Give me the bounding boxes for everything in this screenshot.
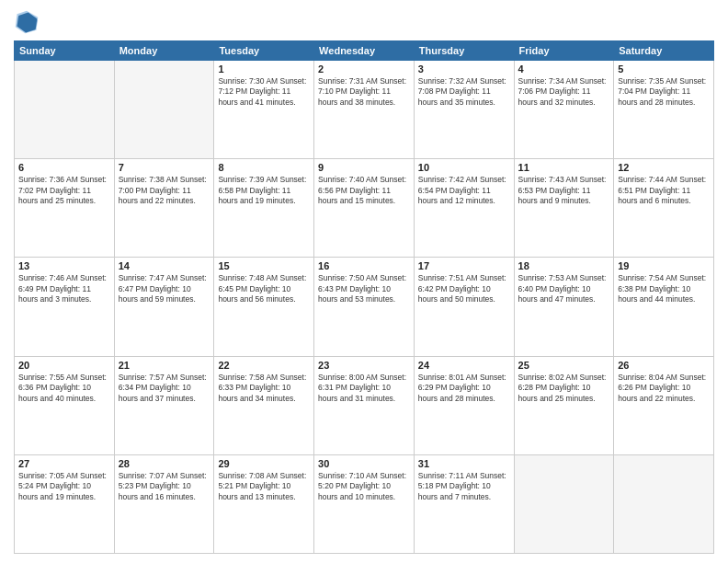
day-number: 7 — [119, 162, 210, 173]
day-number: 13 — [18, 260, 110, 271]
day-number: 29 — [218, 458, 310, 469]
calendar-cell: 2Sunrise: 7:31 AM Sunset: 7:10 PM Daylig… — [314, 61, 415, 159]
day-info: Sunrise: 7:54 AM Sunset: 6:38 PM Dayligh… — [618, 273, 710, 304]
day-number: 12 — [618, 162, 710, 173]
calendar-cell: 28Sunrise: 7:07 AM Sunset: 5:23 PM Dayli… — [114, 454, 214, 553]
calendar-cell: 6Sunrise: 7:36 AM Sunset: 7:02 PM Daylig… — [15, 159, 115, 258]
calendar-cell: 5Sunrise: 7:35 AM Sunset: 7:04 PM Daylig… — [614, 61, 714, 159]
day-info: Sunrise: 7:55 AM Sunset: 6:36 PM Dayligh… — [18, 373, 110, 404]
day-info: Sunrise: 7:34 AM Sunset: 7:06 PM Dayligh… — [518, 76, 610, 108]
calendar-table: SundayMondayTuesdayWednesdayThursdayFrid… — [14, 40, 714, 554]
calendar-cell: 30Sunrise: 7:10 AM Sunset: 5:20 PM Dayli… — [314, 454, 415, 553]
calendar-cell: 1Sunrise: 7:30 AM Sunset: 7:12 PM Daylig… — [214, 61, 314, 159]
calendar-cell: 16Sunrise: 7:50 AM Sunset: 6:43 PM Dayli… — [314, 258, 415, 356]
day-number: 10 — [418, 162, 510, 173]
day-info: Sunrise: 7:44 AM Sunset: 6:51 PM Dayligh… — [618, 175, 710, 206]
day-number: 3 — [418, 63, 510, 75]
calendar-header-friday: Friday — [514, 41, 614, 61]
day-number: 31 — [418, 458, 510, 469]
calendar-header-saturday: Saturday — [614, 41, 714, 61]
day-info: Sunrise: 7:58 AM Sunset: 6:33 PM Dayligh… — [218, 373, 310, 404]
calendar-cell: 24Sunrise: 8:01 AM Sunset: 6:29 PM Dayli… — [414, 356, 514, 454]
day-number: 24 — [418, 360, 510, 371]
day-number: 1 — [218, 63, 310, 75]
day-info: Sunrise: 7:51 AM Sunset: 6:42 PM Dayligh… — [418, 273, 510, 304]
calendar-cell: 11Sunrise: 7:43 AM Sunset: 6:53 PM Dayli… — [514, 159, 614, 258]
calendar-week-row: 27Sunrise: 7:05 AM Sunset: 5:24 PM Dayli… — [15, 454, 714, 553]
day-info: Sunrise: 7:31 AM Sunset: 7:10 PM Dayligh… — [318, 76, 410, 108]
day-info: Sunrise: 7:38 AM Sunset: 7:00 PM Dayligh… — [119, 175, 210, 206]
day-info: Sunrise: 7:35 AM Sunset: 7:04 PM Dayligh… — [618, 76, 710, 108]
day-number: 18 — [518, 260, 610, 271]
calendar-week-row: 1Sunrise: 7:30 AM Sunset: 7:12 PM Daylig… — [15, 61, 714, 159]
calendar-cell: 29Sunrise: 7:08 AM Sunset: 5:21 PM Dayli… — [214, 454, 314, 553]
day-number: 27 — [18, 458, 110, 469]
calendar-cell — [514, 454, 614, 553]
calendar-cell: 17Sunrise: 7:51 AM Sunset: 6:42 PM Dayli… — [414, 258, 514, 356]
calendar-header-row: SundayMondayTuesdayWednesdayThursdayFrid… — [15, 41, 714, 61]
day-info: Sunrise: 7:46 AM Sunset: 6:49 PM Dayligh… — [18, 273, 110, 304]
logo-icon — [14, 9, 40, 35]
calendar-cell — [614, 454, 714, 553]
calendar-cell — [15, 61, 115, 159]
day-info: Sunrise: 7:10 AM Sunset: 5:20 PM Dayligh… — [318, 471, 410, 502]
day-number: 28 — [119, 458, 210, 469]
calendar-cell: 8Sunrise: 7:39 AM Sunset: 6:58 PM Daylig… — [214, 159, 314, 258]
day-info: Sunrise: 7:36 AM Sunset: 7:02 PM Dayligh… — [18, 175, 110, 206]
logo — [14, 9, 43, 35]
day-info: Sunrise: 7:47 AM Sunset: 6:47 PM Dayligh… — [119, 273, 210, 304]
day-info: Sunrise: 7:42 AM Sunset: 6:54 PM Dayligh… — [418, 175, 510, 206]
calendar-cell: 10Sunrise: 7:42 AM Sunset: 6:54 PM Dayli… — [414, 159, 514, 258]
day-number: 8 — [218, 162, 310, 173]
calendar-header-monday: Monday — [114, 41, 214, 61]
calendar-cell: 9Sunrise: 7:40 AM Sunset: 6:56 PM Daylig… — [314, 159, 415, 258]
day-number: 21 — [119, 360, 210, 371]
day-info: Sunrise: 7:50 AM Sunset: 6:43 PM Dayligh… — [318, 273, 410, 304]
calendar-week-row: 13Sunrise: 7:46 AM Sunset: 6:49 PM Dayli… — [15, 258, 714, 356]
calendar-cell: 25Sunrise: 8:02 AM Sunset: 6:28 PM Dayli… — [514, 356, 614, 454]
day-number: 2 — [318, 63, 410, 75]
calendar-cell: 18Sunrise: 7:53 AM Sunset: 6:40 PM Dayli… — [514, 258, 614, 356]
day-number: 14 — [119, 260, 210, 271]
calendar-week-row: 6Sunrise: 7:36 AM Sunset: 7:02 PM Daylig… — [15, 159, 714, 258]
calendar-week-row: 20Sunrise: 7:55 AM Sunset: 6:36 PM Dayli… — [15, 356, 714, 454]
calendar-header-sunday: Sunday — [15, 41, 115, 61]
calendar-cell: 27Sunrise: 7:05 AM Sunset: 5:24 PM Dayli… — [15, 454, 115, 553]
calendar-cell: 14Sunrise: 7:47 AM Sunset: 6:47 PM Dayli… — [114, 258, 214, 356]
day-info: Sunrise: 8:02 AM Sunset: 6:28 PM Dayligh… — [518, 373, 610, 404]
day-info: Sunrise: 7:05 AM Sunset: 5:24 PM Dayligh… — [18, 471, 110, 502]
day-number: 5 — [618, 63, 710, 75]
day-info: Sunrise: 7:53 AM Sunset: 6:40 PM Dayligh… — [518, 273, 610, 304]
day-info: Sunrise: 7:57 AM Sunset: 6:34 PM Dayligh… — [119, 373, 210, 404]
day-info: Sunrise: 7:08 AM Sunset: 5:21 PM Dayligh… — [218, 471, 310, 502]
day-info: Sunrise: 7:43 AM Sunset: 6:53 PM Dayligh… — [518, 175, 610, 206]
day-number: 23 — [318, 360, 410, 371]
calendar-cell: 7Sunrise: 7:38 AM Sunset: 7:00 PM Daylig… — [114, 159, 214, 258]
calendar-cell: 13Sunrise: 7:46 AM Sunset: 6:49 PM Dayli… — [15, 258, 115, 356]
day-info: Sunrise: 8:04 AM Sunset: 6:26 PM Dayligh… — [618, 373, 710, 404]
day-number: 9 — [318, 162, 410, 173]
day-number: 17 — [418, 260, 510, 271]
calendar-cell: 22Sunrise: 7:58 AM Sunset: 6:33 PM Dayli… — [214, 356, 314, 454]
day-number: 30 — [318, 458, 410, 469]
day-number: 16 — [318, 260, 410, 271]
day-number: 25 — [518, 360, 610, 371]
calendar-header-wednesday: Wednesday — [314, 41, 415, 61]
calendar-header-tuesday: Tuesday — [214, 41, 314, 61]
calendar-cell: 3Sunrise: 7:32 AM Sunset: 7:08 PM Daylig… — [414, 61, 514, 159]
calendar-cell: 21Sunrise: 7:57 AM Sunset: 6:34 PM Dayli… — [114, 356, 214, 454]
day-number: 20 — [18, 360, 110, 371]
calendar-cell: 23Sunrise: 8:00 AM Sunset: 6:31 PM Dayli… — [314, 356, 415, 454]
day-info: Sunrise: 7:39 AM Sunset: 6:58 PM Dayligh… — [218, 175, 310, 206]
calendar-cell: 26Sunrise: 8:04 AM Sunset: 6:26 PM Dayli… — [614, 356, 714, 454]
day-number: 19 — [618, 260, 710, 271]
day-info: Sunrise: 7:11 AM Sunset: 5:18 PM Dayligh… — [418, 471, 510, 502]
calendar-cell: 12Sunrise: 7:44 AM Sunset: 6:51 PM Dayli… — [614, 159, 714, 258]
day-info: Sunrise: 7:48 AM Sunset: 6:45 PM Dayligh… — [218, 273, 310, 304]
day-info: Sunrise: 8:01 AM Sunset: 6:29 PM Dayligh… — [418, 373, 510, 404]
day-number: 6 — [18, 162, 110, 173]
header — [14, 9, 714, 35]
calendar-cell: 4Sunrise: 7:34 AM Sunset: 7:06 PM Daylig… — [514, 61, 614, 159]
day-number: 26 — [618, 360, 710, 371]
day-info: Sunrise: 7:07 AM Sunset: 5:23 PM Dayligh… — [119, 471, 210, 502]
